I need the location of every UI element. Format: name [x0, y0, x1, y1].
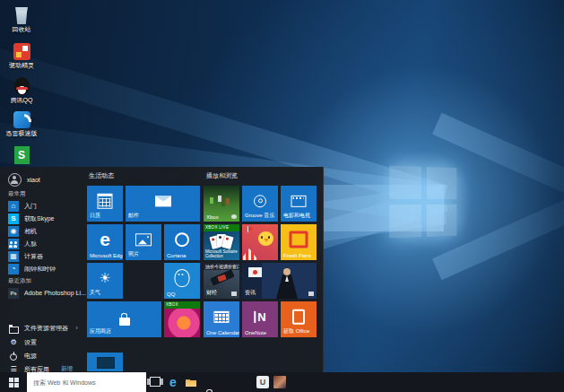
search-input[interactable] [27, 373, 146, 392]
desktop-icon-label: 腾讯QQ [2, 97, 41, 104]
msn-news-logo-badge [308, 292, 314, 296]
tile-photos[interactable]: 照片 [126, 224, 161, 260]
tile-get-office[interactable]: 获取 Office [281, 301, 317, 337]
tile-label: 照片 [128, 250, 139, 258]
circus-tent-art [242, 248, 258, 260]
menu-item-adobe-photoshop[interactable]: Ps Adobe Photoshop Li... › [8, 287, 82, 299]
tile-label: Microsoft Solitaire Collection [205, 249, 238, 258]
desktop-icon-green-s-app[interactable]: S [2, 146, 41, 164]
tile-label: 获取 Office [283, 327, 309, 335]
photoshop-icon: Ps [8, 288, 19, 299]
tile-onenote[interactable]: N OneNote [242, 301, 278, 337]
chick-art [258, 231, 273, 246]
taskbar-search-box[interactable] [27, 372, 146, 392]
fresh-paint-frame-icon [290, 231, 308, 248]
tile-solitaire[interactable]: XBOX LIVE Microsoft Solitaire Collection [204, 224, 239, 260]
tile-money-news[interactable]: 油价今迎调价窗口 财经 [204, 263, 239, 299]
desktop-icon-tencent-qq[interactable]: 腾讯QQ [2, 77, 41, 104]
tile-partial-pc[interactable] [87, 353, 123, 371]
tile-weather[interactable]: ☀ 天气 [87, 263, 123, 299]
calendar-grid-icon [214, 310, 230, 322]
chevron-right-icon[interactable]: › [75, 289, 78, 297]
windows-hero-logo [389, 166, 456, 239]
desktop-icon-thunder[interactable]: 迅雷极速版 [2, 111, 41, 137]
gear-icon: ⚙ [8, 337, 19, 348]
tile-label: OneNote [245, 330, 266, 335]
monitor-icon [97, 357, 115, 369]
user-account-row[interactable]: xiaot [8, 173, 40, 187]
people-icon [8, 239, 19, 249]
tile-chick-game[interactable] [242, 224, 278, 260]
tile-label: Fresh Paint [283, 253, 311, 258]
tile-label: Groove 音乐 [245, 212, 274, 220]
tile-movies-tv[interactable]: 电影和电视 [281, 186, 317, 222]
folder-icon [8, 323, 19, 334]
film-icon [291, 195, 307, 206]
menu-item-label: 计算器 [24, 252, 43, 261]
task-view-button[interactable] [149, 376, 161, 388]
thunder-bird-icon [13, 111, 30, 128]
tile-label: QQ [167, 292, 175, 297]
msn-money-logo-badge [231, 292, 237, 296]
xbox-banner: XBOX [164, 301, 200, 309]
menu-item-get-started[interactable]: ⌂ 入门 [8, 200, 82, 212]
user-name: xiaot [27, 177, 40, 183]
menu-item-label: 设置 [24, 338, 37, 347]
menu-item-get-skype[interactable]: S 获取Skype [8, 213, 82, 224]
tile-microsoft-edge[interactable]: e Microsoft Edge [87, 224, 123, 260]
start-menu: xiaot 最常用 ⌂ 入门 S 获取Skype ◉ 相机 人脉 ▦ 计算器 [0, 167, 324, 372]
get-started-icon: ⌂ [8, 201, 19, 212]
tile-mail[interactable]: 邮件 [126, 186, 200, 222]
taskbar-u-app-button[interactable]: U [256, 376, 269, 388]
tile-groove-music[interactable]: Groove 音乐 [242, 186, 278, 222]
chevron-right-icon[interactable]: › [75, 324, 78, 332]
edge-icon: e [100, 231, 110, 248]
tile-label: Cortana [167, 253, 186, 258]
recycle-bin-icon [15, 7, 29, 24]
minecraft-art [210, 197, 213, 204]
xbox-sphere-icon [231, 214, 237, 219]
taskbar: e U [0, 372, 564, 392]
qq-outline-icon [175, 269, 190, 287]
menu-item-settings[interactable]: ⚙ 设置 [8, 336, 82, 348]
photos-icon [135, 233, 152, 246]
taskbar-edge-button[interactable]: e [167, 376, 179, 388]
desktop-icon-label: 回收站 [2, 26, 41, 33]
tile-xbox[interactable]: Xbox [204, 186, 239, 222]
user-avatar-icon [8, 173, 22, 187]
tile-group-header-life: 生活动态 [89, 171, 114, 180]
tile-group-header-play: 播放和浏览 [206, 171, 238, 180]
tile-store[interactable]: 应用商店 [87, 301, 161, 337]
tile-qq[interactable]: QQ [164, 263, 200, 299]
start-button[interactable] [0, 372, 27, 392]
tile-xbox-game-digimon[interactable]: XBOX [164, 301, 200, 337]
desktop-icon-driver-genius[interactable]: 驱动精灵 [2, 43, 41, 69]
tile-label: Xbox [206, 214, 219, 220]
menu-item-file-explorer[interactable]: 文件资源管理器 › [8, 322, 82, 334]
menu-item-people[interactable]: 人脉 [8, 238, 82, 249]
screen: 回收站 驱动精灵 腾讯QQ 迅雷极速版 S xiaot 最常用 ⌂ 入门 S [0, 0, 564, 392]
tile-label: Microsoft Edge [90, 253, 123, 258]
playing-card [221, 235, 233, 249]
tile-fresh-paint[interactable]: Fresh Paint [281, 224, 317, 260]
menu-item-alarms-clock[interactable]: ◔ 闹钟和时钟 [8, 263, 82, 274]
menu-item-calculator[interactable]: ▦ 计算器 [8, 250, 82, 262]
onenote-n-icon: N [254, 310, 265, 322]
office-icon [292, 309, 305, 324]
menu-item-power[interactable]: 电源 [8, 350, 82, 362]
desktop-icon-recycle-bin[interactable]: 回收站 [2, 7, 41, 33]
tile-one-calendar[interactable]: One Calendar [204, 301, 239, 337]
red-flag-art [247, 226, 248, 232]
menu-item-label: 入门 [24, 202, 37, 211]
tile-news[interactable]: 资讯 [242, 263, 317, 299]
tile-calendar[interactable]: 日历 [87, 186, 123, 222]
tile-cortana[interactable]: Cortana [164, 224, 200, 260]
driver-genius-icon [13, 43, 30, 60]
taskbar-file-explorer-button[interactable] [185, 376, 197, 388]
calculator-icon: ▦ [8, 251, 19, 262]
desktop-icon-label: 驱动精灵 [2, 62, 41, 69]
sun-icon: ☀ [99, 271, 110, 285]
menu-item-camera[interactable]: ◉ 相机 [8, 225, 82, 237]
taskbar-store-button[interactable] [203, 388, 215, 392]
taskbar-photo-viewer-button[interactable] [273, 376, 286, 388]
